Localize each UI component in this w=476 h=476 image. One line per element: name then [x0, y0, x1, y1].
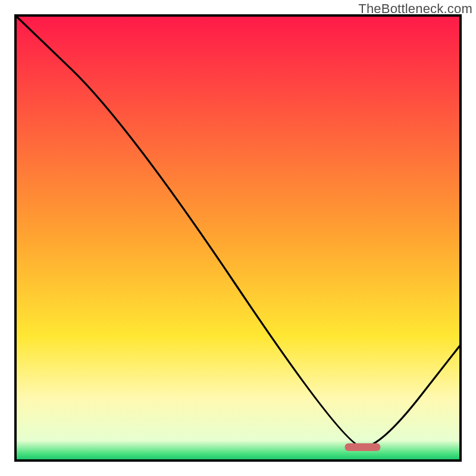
- plot-background: [15, 15, 461, 461]
- chart-svg: [0, 0, 476, 476]
- bottleneck-chart: TheBottleneck.com: [0, 0, 476, 476]
- watermark-text: TheBottleneck.com: [358, 1, 472, 17]
- highlight-marker: [345, 443, 381, 451]
